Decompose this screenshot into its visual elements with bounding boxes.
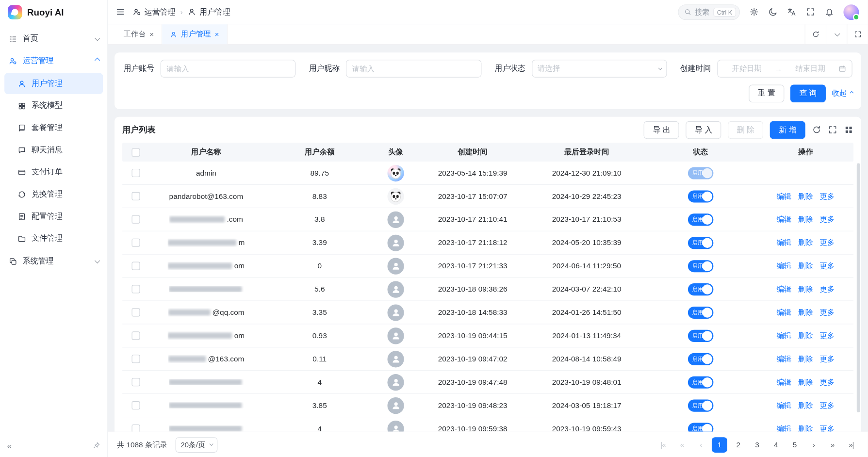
fullscreen-button[interactable]: [806, 7, 815, 16]
delete-link[interactable]: 删除: [798, 238, 813, 248]
page-button-3[interactable]: 3: [750, 437, 765, 453]
prev-page-button[interactable]: ‹: [693, 437, 708, 453]
row-checkbox[interactable]: [131, 262, 140, 270]
status-select[interactable]: 请选择: [532, 60, 667, 78]
row-checkbox[interactable]: [131, 424, 140, 432]
next-page-button[interactable]: ›: [806, 437, 821, 453]
language-button[interactable]: [787, 7, 796, 16]
pin-icon[interactable]: [92, 441, 100, 449]
sidebar-item-config-management[interactable]: 配置管理: [4, 206, 103, 227]
edit-link[interactable]: 编辑: [776, 377, 791, 387]
sidebar-item-redeem-management[interactable]: 兑换管理: [4, 184, 103, 205]
sidebar-item-operations[interactable]: 运营管理: [0, 50, 107, 72]
more-link[interactable]: 更多: [819, 354, 835, 364]
row-checkbox[interactable]: [131, 401, 140, 409]
row-checkbox[interactable]: [131, 378, 140, 386]
fast-prev-button[interactable]: «: [674, 437, 689, 453]
more-link[interactable]: 更多: [819, 377, 835, 387]
delete-link[interactable]: 删除: [798, 191, 813, 201]
row-checkbox[interactable]: [131, 239, 140, 247]
delete-link[interactable]: 删除: [798, 424, 813, 432]
fast-next-button[interactable]: »: [825, 437, 840, 453]
sidebar-item-chat-messages[interactable]: 聊天消息: [4, 139, 103, 160]
row-checkbox[interactable]: [131, 192, 140, 200]
menu-toggle-button[interactable]: [115, 7, 125, 16]
close-icon[interactable]: ×: [215, 30, 219, 38]
app-logo[interactable]: Ruoyi AI: [0, 0, 107, 24]
breadcrumb-operations[interactable]: 运营管理: [133, 7, 176, 17]
refresh-table-button[interactable]: [812, 125, 821, 134]
account-input[interactable]: [161, 60, 296, 78]
query-button[interactable]: 查 询: [790, 85, 826, 103]
close-icon[interactable]: ×: [150, 30, 154, 38]
row-checkbox[interactable]: [131, 169, 140, 177]
sidebar-item-home[interactable]: 首页: [0, 28, 107, 50]
delete-link[interactable]: 删除: [798, 400, 813, 410]
export-button[interactable]: 导 出: [644, 121, 679, 139]
page-button-1[interactable]: 1: [712, 437, 727, 453]
status-toggle[interactable]: 启用: [688, 237, 713, 249]
nickname-input[interactable]: [346, 60, 481, 78]
settings-button[interactable]: [750, 7, 759, 16]
sidebar-collapse-button[interactable]: «: [7, 441, 12, 450]
add-button[interactable]: 新 增: [770, 121, 805, 139]
more-link[interactable]: 更多: [819, 400, 835, 410]
delete-link[interactable]: 删除: [798, 284, 813, 294]
row-checkbox[interactable]: [131, 331, 140, 340]
import-button[interactable]: 导 入: [686, 121, 721, 139]
date-range-picker[interactable]: 开始日期 → 结束日期: [717, 60, 852, 78]
status-toggle[interactable]: 启用: [688, 423, 713, 432]
collapse-filter-link[interactable]: 收起: [832, 89, 852, 99]
table-fullscreen-button[interactable]: [828, 125, 837, 134]
status-toggle[interactable]: 启用: [688, 167, 713, 179]
dark-mode-button[interactable]: [768, 7, 777, 16]
page-button-4[interactable]: 4: [768, 437, 784, 453]
status-toggle[interactable]: 启用: [688, 213, 713, 226]
tab-workbench[interactable]: 工作台 ×: [115, 24, 162, 44]
status-toggle[interactable]: 启用: [688, 306, 713, 318]
column-settings-button[interactable]: [844, 125, 853, 134]
status-toggle[interactable]: 启用: [688, 260, 713, 272]
tab-user-management[interactable]: 用户管理 ×: [162, 24, 227, 44]
edit-link[interactable]: 编辑: [776, 354, 791, 364]
status-toggle[interactable]: 启用: [688, 329, 713, 342]
page-size-select[interactable]: 20条/页: [175, 437, 217, 453]
delete-link[interactable]: 删除: [798, 261, 813, 271]
more-link[interactable]: 更多: [819, 238, 835, 248]
status-toggle[interactable]: 启用: [688, 283, 713, 295]
sidebar-item-system-management[interactable]: 系统管理: [0, 250, 107, 273]
row-checkbox[interactable]: [131, 285, 140, 293]
edit-link[interactable]: 编辑: [776, 261, 791, 271]
refresh-tab-button[interactable]: [805, 24, 826, 44]
edit-link[interactable]: 编辑: [776, 308, 791, 318]
notifications-button[interactable]: [825, 7, 834, 16]
more-link[interactable]: 更多: [819, 284, 835, 294]
more-link[interactable]: 更多: [819, 308, 835, 318]
page-button-5[interactable]: 5: [787, 437, 802, 453]
last-page-button[interactable]: »|: [843, 437, 859, 453]
sidebar-item-package-management[interactable]: 套餐管理: [4, 117, 103, 138]
edit-link[interactable]: 编辑: [776, 214, 791, 225]
edit-link[interactable]: 编辑: [776, 424, 791, 432]
delete-link[interactable]: 删除: [798, 331, 813, 341]
status-toggle[interactable]: 启用: [688, 190, 713, 202]
breadcrumb-user-management[interactable]: 用户管理: [188, 7, 230, 17]
page-button-2[interactable]: 2: [731, 437, 746, 453]
tab-menu-button[interactable]: [826, 24, 847, 44]
more-link[interactable]: 更多: [819, 424, 835, 432]
table-scrollbar[interactable]: [857, 163, 860, 412]
delete-button[interactable]: 删 除: [728, 121, 763, 139]
delete-link[interactable]: 删除: [798, 308, 813, 318]
row-checkbox[interactable]: [131, 355, 140, 363]
edit-link[interactable]: 编辑: [776, 331, 791, 341]
sidebar-item-user-management[interactable]: 用户管理: [4, 73, 103, 94]
edit-link[interactable]: 编辑: [776, 400, 791, 410]
content-fullscreen-button[interactable]: [847, 24, 868, 44]
global-search[interactable]: 搜索 Ctrl K: [678, 4, 740, 20]
delete-link[interactable]: 删除: [798, 377, 813, 387]
reset-button[interactable]: 重 置: [749, 85, 785, 103]
more-link[interactable]: 更多: [819, 261, 835, 271]
sidebar-item-system-model[interactable]: 系统模型: [4, 95, 103, 116]
edit-link[interactable]: 编辑: [776, 284, 791, 294]
row-checkbox[interactable]: [131, 308, 140, 316]
